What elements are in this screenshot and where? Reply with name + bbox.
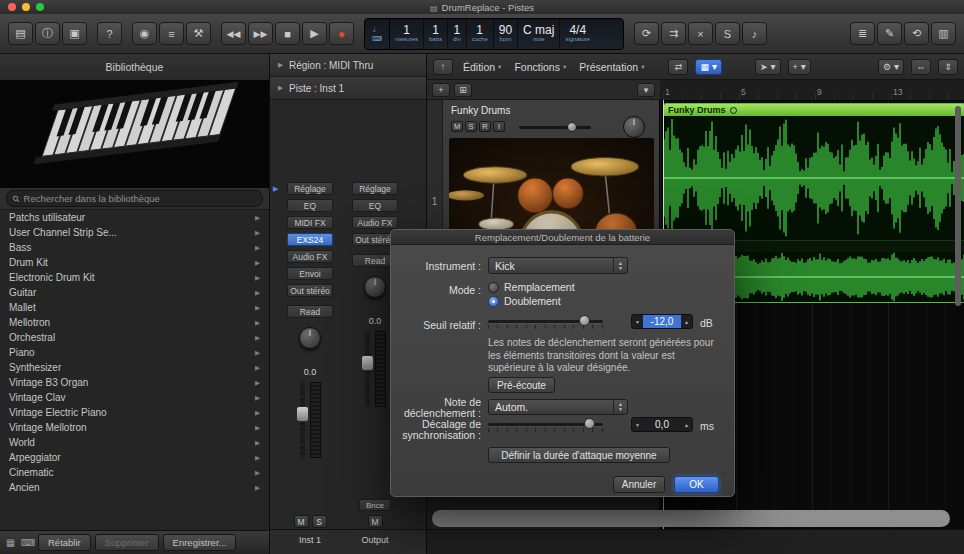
list-item[interactable]: Guitar▶ (0, 285, 269, 300)
mode-double-radio[interactable]: Doublement (488, 295, 561, 307)
search-input[interactable]: ⚲ Rechercher dans la bibliothèque (6, 190, 263, 207)
list-item[interactable]: Vintage Mellotron▶ (0, 420, 269, 435)
vertical-zoom-button[interactable]: ⇕ (938, 59, 958, 75)
slider-thumb[interactable] (584, 418, 595, 429)
low-latency-button[interactable]: × (688, 22, 713, 45)
list-item[interactable]: Ancien▶ (0, 480, 269, 495)
setting-slot[interactable]: Réglage (352, 182, 398, 195)
mixer-button[interactable]: ≡ (159, 22, 184, 45)
stepper-down-icon[interactable]: ▼ (632, 418, 643, 431)
view-settings-button[interactable]: ⚙▾ (878, 59, 904, 75)
list-item[interactable]: Drum Kit▶ (0, 255, 269, 270)
automation-mode-button[interactable]: Read (287, 305, 333, 318)
track-input-monitor-button[interactable]: I (493, 121, 505, 132)
position-beats[interactable]: 1 (432, 24, 439, 36)
signature-value[interactable]: 4/4 (569, 24, 586, 36)
play-button[interactable]: ▶ (302, 22, 327, 45)
drag-mode-button[interactable]: ⇄ (668, 59, 688, 75)
preview-button[interactable]: Pré-écoute (488, 377, 555, 393)
mute-button[interactable]: M (368, 515, 383, 528)
catch-playhead-button[interactable]: ↑ (433, 59, 453, 75)
menu-edition[interactable]: Édition▾ (460, 61, 504, 73)
list-item[interactable]: User Channel Strip Se...▶ (0, 225, 269, 240)
sync-offset-slider[interactable] (488, 418, 603, 432)
browsers-button[interactable]: ▥ (931, 22, 956, 45)
eq-slot[interactable]: EQ (352, 199, 398, 212)
output-slot[interactable]: Out stéréo (287, 284, 333, 297)
fader-cap[interactable] (296, 406, 309, 422)
list-editors-button[interactable]: ≣ (850, 22, 875, 45)
position-bars[interactable]: 1 (403, 24, 410, 36)
inspector-toggle-button[interactable]: ⓘ (35, 22, 60, 45)
smart-controls-button[interactable]: ◉ (132, 22, 157, 45)
track-name[interactable]: Funky Drums (451, 105, 510, 116)
pointer-tool-button[interactable]: ➤▾ (755, 59, 781, 75)
threshold-value[interactable]: -12,0 (643, 315, 681, 328)
media-toggle-button[interactable]: ▣ (62, 22, 87, 45)
vertical-scrollbar[interactable] (955, 106, 961, 306)
audio-fx-slot[interactable]: Audio FX (287, 250, 333, 263)
slider-thumb[interactable] (567, 122, 577, 132)
set-attack-time-button[interactable]: Définir la durée d'attaque moyenne (488, 447, 670, 463)
note-pads-button[interactable]: ✎ (877, 22, 902, 45)
sync-offset-value-stepper[interactable]: ▼ 0,0 ▲ (631, 417, 693, 432)
track-volume-slider[interactable] (519, 126, 591, 129)
key-value[interactable]: C maj (523, 24, 554, 36)
volume-fader[interactable] (289, 382, 331, 458)
list-item[interactable]: Vintage Electric Piano▶ (0, 405, 269, 420)
position-ticks[interactable]: 1 (476, 24, 483, 36)
track-record-button[interactable]: R (479, 121, 491, 132)
pan-knob[interactable] (299, 327, 321, 349)
cancel-button[interactable]: Annuler (613, 476, 665, 493)
horizontal-zoom-button[interactable]: ⇔ (911, 59, 931, 75)
threshold-value-stepper[interactable]: ▼ -12,0 ▲ (631, 314, 693, 329)
editors-button[interactable]: ⚒ (186, 22, 211, 45)
delete-button[interactable]: Supprimer (95, 534, 159, 551)
stepper-up-icon[interactable]: ▲ (681, 418, 692, 431)
rewind-button[interactable]: ◀◀ (221, 22, 246, 45)
forward-button[interactable]: ▶▶ (248, 22, 273, 45)
menu-presentation[interactable]: Présentation▾ (576, 61, 647, 73)
gain-readout[interactable]: 0.0 (304, 367, 317, 377)
list-item[interactable]: Piano▶ (0, 345, 269, 360)
grid-view-icon[interactable]: ▦ (4, 537, 17, 548)
send-slot[interactable]: Envoi (287, 267, 333, 280)
tempo-value[interactable]: 90 (499, 24, 512, 36)
record-button[interactable]: ● (329, 22, 354, 45)
revert-button[interactable]: Rétablir (38, 534, 91, 551)
strip-name[interactable]: Output (350, 535, 400, 545)
bounce-button[interactable]: Bnce (359, 499, 391, 511)
audio-fx-slot[interactable]: Audio FX (352, 216, 398, 229)
menu-fonctions[interactable]: Fonctions▾ (511, 61, 569, 73)
list-item[interactable]: Patchs utilisateur▶ (0, 210, 269, 225)
apple-loops-button[interactable]: ⟲ (904, 22, 929, 45)
radio-icon[interactable] (488, 282, 499, 293)
setting-slot[interactable]: Réglage (287, 182, 333, 195)
solo-mode-button[interactable]: S (715, 22, 740, 45)
pan-knob[interactable] (364, 276, 386, 298)
list-item[interactable]: Arpeggiator▶ (0, 450, 269, 465)
command-click-tool-button[interactable]: +▾ (788, 59, 811, 75)
add-track-button[interactable]: + (432, 83, 450, 97)
list-item[interactable]: World▶ (0, 435, 269, 450)
keyboard-view-icon[interactable]: ⌨ (21, 537, 34, 548)
slider-thumb[interactable] (579, 315, 590, 326)
strip-name[interactable]: Inst 1 (285, 535, 335, 545)
fader-cap[interactable] (361, 355, 374, 371)
library-toggle-button[interactable]: ▤ (8, 22, 33, 45)
list-item[interactable]: Vintage B3 Organ▶ (0, 375, 269, 390)
track-pan-knob[interactable] (623, 116, 645, 138)
mode-replace-radio[interactable]: Remplacement (488, 281, 575, 293)
threshold-slider[interactable] (488, 315, 603, 329)
duplicate-track-button[interactable]: ⊞ (454, 83, 472, 97)
list-item[interactable]: Cinematic▶ (0, 465, 269, 480)
midi-fx-slot[interactable]: MIDI FX (287, 216, 333, 229)
snap-mode-button[interactable]: ▦▾ (695, 59, 722, 75)
eq-slot[interactable]: EQ (287, 199, 333, 212)
position-div[interactable]: 1 (454, 24, 461, 36)
stop-button[interactable]: ■ (275, 22, 300, 45)
horizontal-scrollbar[interactable] (432, 510, 950, 527)
save-button[interactable]: Enregistrer... (163, 534, 237, 551)
list-item[interactable]: Vintage Clav▶ (0, 390, 269, 405)
lcd-display[interactable]: ♩ ⌨ 1mesures 1batts 1div 1coche 90bpm C … (364, 18, 624, 50)
